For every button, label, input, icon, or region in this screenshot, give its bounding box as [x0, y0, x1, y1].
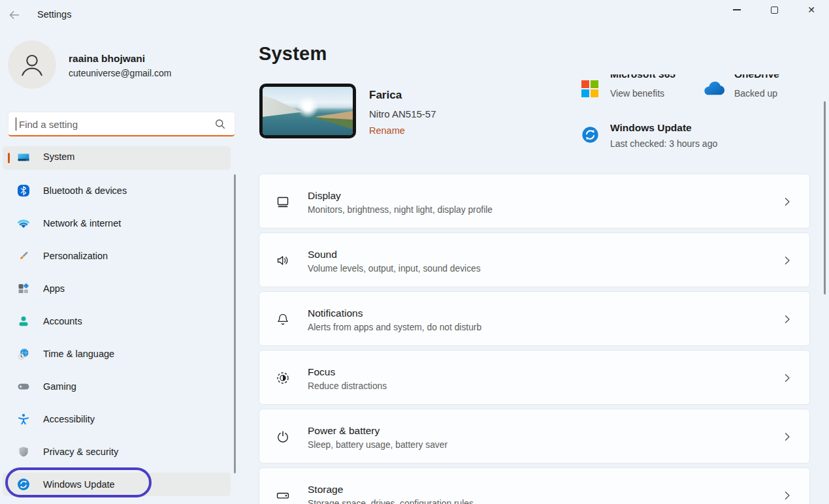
minimize-icon	[733, 9, 741, 10]
sidebar-item-accounts[interactable]: Accounts	[3, 309, 231, 333]
quick-cards: Microsoft 365 View benefits OneDrive Bac…	[580, 74, 817, 154]
chevron-right-icon	[781, 254, 794, 267]
sidebar-item-label: Bluetooth & devices	[43, 185, 127, 196]
ms-logo-red	[581, 80, 589, 88]
profile-name: raaina bhojwani	[69, 53, 145, 65]
row-title: Storage	[308, 484, 343, 496]
device-thumbnail	[259, 84, 356, 138]
highlight-outline	[5, 467, 152, 497]
settings-list: Display Monitors, brightness, night ligh…	[259, 174, 810, 504]
back-button[interactable]	[5, 6, 24, 24]
search-placeholder: Find a setting	[19, 119, 78, 130]
onedrive-cloud-icon	[702, 82, 726, 97]
focus-icon	[275, 370, 291, 386]
maximize-button[interactable]	[760, 0, 788, 20]
page-title: System	[259, 43, 327, 65]
settings-row-notifications[interactable]: Notifications Alerts from apps and syste…	[259, 291, 810, 346]
sidebar-item-privacy-security[interactable]: Privacy & security	[3, 440, 231, 464]
device-model: Nitro AN515-57	[369, 108, 436, 119]
sidebar-item-personalization[interactable]: Personalization	[3, 244, 231, 268]
chevron-right-icon	[781, 430, 794, 443]
sidebar-item-network-internet[interactable]: Network & internet	[3, 212, 231, 235]
row-subtitle: Storage space, drives, configuration rul…	[308, 499, 474, 504]
bluetooth-icon	[17, 184, 30, 197]
wallpaper-hill	[263, 87, 353, 135]
sidebar-item-label: Time & language	[43, 349, 114, 359]
settings-row-power-battery[interactable]: Power & battery Sleep, battery usage, ba…	[259, 409, 810, 464]
sidebar-item-apps[interactable]: Apps	[3, 277, 231, 300]
sidebar-item-label: Apps	[43, 283, 65, 294]
app-title: Settings	[37, 9, 71, 20]
gaming-icon	[17, 380, 30, 393]
sidebar-item-label: Personalization	[43, 251, 108, 261]
sidebar-item-label: System	[43, 151, 74, 162]
onedrive-subtitle: Backed up	[734, 88, 777, 99]
sidebar-item-label: Network & internet	[43, 218, 121, 228]
storage-icon	[275, 488, 291, 503]
person-icon	[15, 46, 49, 83]
ms-logo-yellow	[591, 89, 598, 97]
chevron-right-icon	[781, 195, 794, 208]
onedrive-title[interactable]: OneDrive	[734, 74, 779, 80]
main-scrollbar[interactable]	[824, 101, 826, 294]
sidebar-item-label: Gaming	[43, 381, 76, 392]
privacy-security-icon	[17, 445, 30, 458]
profile-email: cuteuniverse@gmail.com	[69, 68, 171, 78]
avatar[interactable]	[8, 40, 56, 89]
sidebar-item-time-language[interactable]: Time & language	[3, 342, 231, 366]
notifications-icon	[275, 311, 291, 327]
windows-update-subtitle: Last checked: 3 hours ago	[610, 138, 717, 149]
device-wallpaper	[263, 87, 353, 135]
settings-row-display[interactable]: Display Monitors, brightness, night ligh…	[259, 174, 810, 228]
row-title: Notifications	[308, 307, 363, 319]
settings-row-storage[interactable]: Storage Storage space, drives, configura…	[259, 467, 810, 504]
chevron-right-icon	[781, 489, 794, 502]
microsoft365-title[interactable]: Microsoft 365	[610, 74, 675, 80]
row-title: Focus	[308, 366, 335, 378]
chevron-right-icon	[781, 313, 794, 326]
sidebar-item-label: Accessibility	[43, 414, 95, 424]
close-icon: ✕	[807, 5, 815, 14]
windows-update-icon	[581, 126, 599, 144]
sidebar-item-gaming[interactable]: Gaming	[3, 375, 231, 398]
network-icon	[17, 217, 30, 230]
rename-link[interactable]: Rename	[369, 125, 405, 136]
sidebar-scrollbar[interactable]	[234, 174, 236, 473]
row-subtitle: Volume levels, output, input, sound devi…	[308, 264, 481, 274]
power-icon	[275, 429, 291, 445]
selected-accent-pill	[8, 153, 10, 163]
ms-logo-blue	[581, 89, 589, 97]
personalization-icon	[17, 249, 30, 262]
row-title: Display	[308, 190, 341, 202]
sidebar-item-bluetooth-devices[interactable]: Bluetooth & devices	[3, 179, 231, 202]
sidebar-item-system[interactable]: System	[3, 146, 231, 170]
row-title: Sound	[308, 249, 337, 260]
system-icon	[17, 151, 30, 165]
sidebar-nav: System Bluetooth & devices Network & int…	[3, 146, 231, 504]
windows-update-title[interactable]: Windows Update	[610, 122, 692, 134]
sidebar-item-label: Privacy & security	[43, 447, 118, 457]
sidebar-item-accessibility[interactable]: Accessibility	[3, 407, 231, 431]
back-arrow-icon	[8, 8, 21, 22]
ms-logo-green	[591, 80, 598, 88]
row-subtitle: Alerts from apps and system, do not dist…	[308, 323, 481, 332]
settings-row-sound[interactable]: Sound Volume levels, output, input, soun…	[259, 232, 810, 287]
text-caret	[16, 118, 16, 131]
sidebar-item-label: Accounts	[43, 316, 82, 326]
accounts-icon	[17, 315, 30, 328]
row-subtitle: Sleep, battery usage, battery saver	[308, 440, 447, 450]
time-language-icon	[17, 347, 30, 360]
row-title: Power & battery	[308, 425, 380, 437]
sound-icon	[275, 253, 291, 268]
microsoft365-subtitle: View benefits	[610, 88, 664, 99]
apps-icon	[17, 282, 30, 295]
microsoft-logo	[581, 80, 598, 97]
minimize-button[interactable]	[723, 0, 751, 20]
close-button[interactable]: ✕	[797, 0, 826, 20]
row-subtitle: Reduce distractions	[308, 381, 387, 391]
maximize-icon	[771, 7, 778, 14]
device-name: Farica	[369, 89, 402, 102]
row-subtitle: Monitors, brightness, night light, displ…	[308, 205, 493, 215]
search-icon[interactable]	[214, 118, 226, 130]
settings-row-focus[interactable]: Focus Reduce distractions	[259, 350, 810, 405]
